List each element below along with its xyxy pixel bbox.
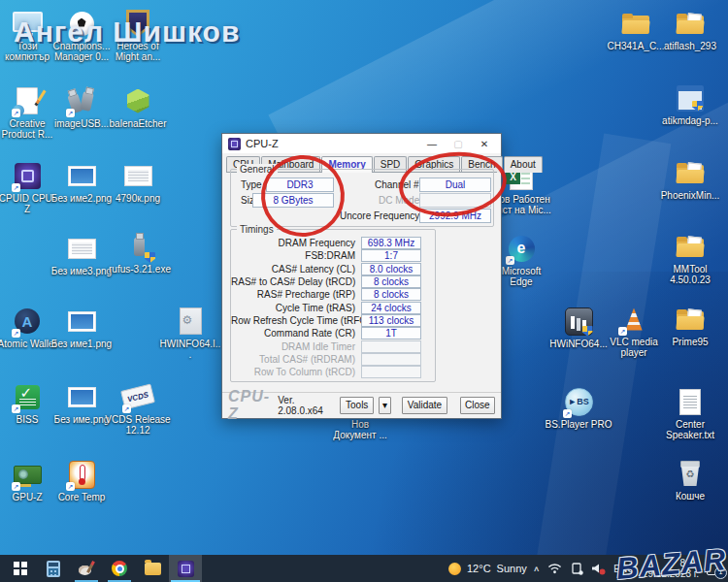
desktop-icon-balena-etcher[interactable]: balenaEtcher	[107, 85, 169, 129]
cpuz-app-icon	[228, 138, 241, 150]
timing-row: Total CAS# (tRDRAM)	[231, 353, 435, 366]
vlc-media-player-icon: ↗	[617, 304, 650, 335]
general-group-label: General	[237, 164, 278, 175]
timing-row: Row To Column (tRCD)	[231, 366, 435, 378]
taskbar-cpu-z-button[interactable]	[169, 555, 202, 582]
device-icon[interactable]	[570, 563, 583, 575]
desktop-icon-vcds-release[interactable]: VCDS↗VCDS Release 12.12	[103, 381, 173, 436]
desktop-icon-prime95-folder[interactable]: Prime95	[659, 304, 721, 347]
desktop-icon-hwinfo64[interactable]: HWiNFO64...	[547, 306, 610, 349]
timing-row: Cycle Time (tRAS)24 clocks	[231, 301, 435, 313]
timing-row: RAS# Precharge (tRP)8 clocks	[231, 288, 435, 301]
desktop-icon-atomic-wallet[interactable]: A↗Atomic Wallet	[0, 306, 58, 349]
desktop-icon-core-temp[interactable]: ↗Core Temp	[50, 459, 113, 502]
shortcut-arrow-icon: ↗	[506, 256, 514, 265]
desktop-icon-ch341a-folder[interactable]: CH341A_C...	[605, 8, 667, 51]
timing-value: 8 clocks	[361, 288, 421, 301]
close-button[interactable]: ✕	[474, 139, 495, 149]
timing-row: DRAM Frequency698.3 MHz	[231, 237, 435, 249]
desktop-icon-cpuid-cpu-z[interactable]: ↗CPUID CPU-Z	[0, 160, 58, 214]
cpu-z-icon	[178, 561, 194, 577]
desktop-icon-label: GPU-Z	[12, 492, 42, 502]
timing-row: RAS# to CAS# Delay (tRCD)8 clocks	[231, 275, 435, 288]
validate-button[interactable]: Validate	[402, 397, 447, 414]
maximize-button[interactable]: ▢	[447, 139, 469, 149]
desktop: Този компютърChampions... Manager 0...He…	[0, 0, 728, 582]
desktop-icon-label: balenaEtcher	[110, 118, 167, 129]
dc-mode-label: DC Mode	[379, 195, 419, 206]
type-label: Type	[241, 179, 262, 190]
desktop-icon-atiflash-folder[interactable]: atiflash_293	[659, 8, 721, 51]
paint-icon	[79, 561, 94, 576]
minimize-button[interactable]: —	[421, 139, 443, 149]
timing-value: 1T	[361, 327, 421, 340]
desktop-icon-bez-ime1-png[interactable]: Без име1.png	[50, 306, 113, 349]
chevron-up-icon[interactable]: ∧	[533, 565, 540, 573]
timing-value: 24 clocks	[361, 302, 421, 314]
shortcut-arrow-icon: ↗	[12, 109, 20, 117]
desktop-icon-label: Creative Product R...	[0, 118, 58, 140]
desktop-icon-phoenixminer-folder[interactable]: PhoenixMin...	[659, 157, 721, 201]
close-window-button[interactable]: Close	[460, 397, 495, 414]
desktop-icon-gpu-z[interactable]: ↗GPU-Z	[0, 459, 58, 502]
shortcut-arrow-icon: ↗	[12, 183, 20, 192]
biss-icon: ↗	[11, 381, 44, 412]
taskbar-paint-button[interactable]	[70, 555, 103, 582]
timings-rows: DRAM Frequency698.3 MHzFSB:DRAM1:7CAS# L…	[231, 237, 435, 378]
taskbar-file-explorer-button[interactable]	[136, 555, 169, 582]
balena-etcher-icon	[121, 85, 154, 116]
desktop-icon-imageusb[interactable]: ↗imageUSB...	[50, 85, 113, 129]
timing-value	[361, 353, 421, 366]
owner-watermark: Ангел Шишков	[14, 16, 240, 48]
volume-muted-icon[interactable]	[591, 563, 606, 575]
desktop-icon-label: HWiNFO64...	[549, 339, 607, 349]
dc-mode-value	[419, 193, 491, 208]
timing-label: RAS# to CAS# Delay (tRCD)	[231, 276, 361, 287]
tools-dropdown-button[interactable]: ▾	[379, 397, 391, 414]
tools-button[interactable]: Tools	[340, 397, 374, 414]
title-bar[interactable]: CPU-Z — ▢ ✕	[222, 134, 501, 153]
desktop-icon-mmtool-folder[interactable]: MMTool 4.50.0.23	[659, 231, 721, 285]
desktop-icon-vlc-media-player[interactable]: ↗VLC media player	[604, 304, 664, 358]
timing-value	[361, 340, 421, 353]
shortcut-arrow-icon: ↗	[66, 109, 75, 117]
desktop-icon-creative-product[interactable]: ↗Creative Product R...	[0, 85, 58, 140]
desktop-icon-center-speaker-txt[interactable]: Center Speaker.txt	[658, 386, 722, 440]
desktop-icon-bsplayer-pro[interactable]: ►BS↗BS.Player PRO	[545, 386, 612, 430]
timing-label: RAS# Precharge (tRP)	[231, 289, 361, 300]
center-speaker-txt-icon	[674, 386, 707, 417]
recycle-bin-icon: ♻	[674, 458, 707, 489]
timing-row: CAS# Latency (CL)8.0 clocks	[231, 263, 435, 275]
bez-ime-png-icon	[65, 381, 98, 412]
hwinfo64-icon	[562, 306, 595, 337]
cpuz-window: CPU-Z — ▢ ✕ CPUMainboardMemorySPDGraphic…	[221, 133, 502, 419]
start-icon	[14, 562, 27, 575]
microsoft-edge-icon: e↗	[505, 233, 538, 264]
taskbar-chrome-button[interactable]	[103, 555, 136, 582]
desktop-icon-hwinfo64-installer[interactable]: HWINFO64.I...	[159, 306, 221, 360]
wifi-icon[interactable]	[547, 563, 562, 574]
desktop-icon-label: imageUSB...	[54, 118, 109, 129]
desktop-icon-atikmdag-patcher[interactable]: atikmdag-p...	[659, 82, 721, 126]
shortcut-arrow-icon: ↗	[12, 329, 20, 338]
desktop-icon-bez-ime3-png[interactable]: Без име3.png	[50, 233, 113, 276]
weather-condition: Sunny	[497, 563, 527, 574]
tab-about[interactable]: About	[504, 156, 543, 173]
timing-label: CAS# Latency (CL)	[231, 264, 361, 275]
version-text: Ver. 2.08.0.x64	[278, 395, 333, 416]
vcds-release-icon: VCDS↗	[121, 381, 154, 412]
desktop-icon-bez-ime2-png[interactable]: Без име2.png	[50, 160, 113, 204]
desktop-icon-biss[interactable]: ↗BISS	[0, 381, 58, 425]
taskbar-calculator-button[interactable]	[37, 555, 70, 582]
weather-temp: 12°C	[467, 563, 491, 574]
timing-label: DRAM Frequency	[231, 238, 361, 248]
shortcut-arrow-icon: ↗	[12, 482, 20, 491]
gpu-z-icon: ↗	[11, 459, 44, 490]
desktop-icon-recycle-bin[interactable]: ♻Кошче	[659, 458, 721, 501]
desktop-icon-4790k-png[interactable]: 4790к.png	[107, 160, 169, 204]
timing-row: FSB:DRAM1:7	[231, 249, 435, 262]
weather-widget[interactable]: 12°C Sunny	[448, 555, 527, 582]
desktop-icon-label: Кошче	[676, 491, 705, 501]
taskbar-start-button[interactable]	[4, 555, 37, 582]
desktop-icon-rufus[interactable]: rufus-3.21.exe	[109, 231, 171, 275]
